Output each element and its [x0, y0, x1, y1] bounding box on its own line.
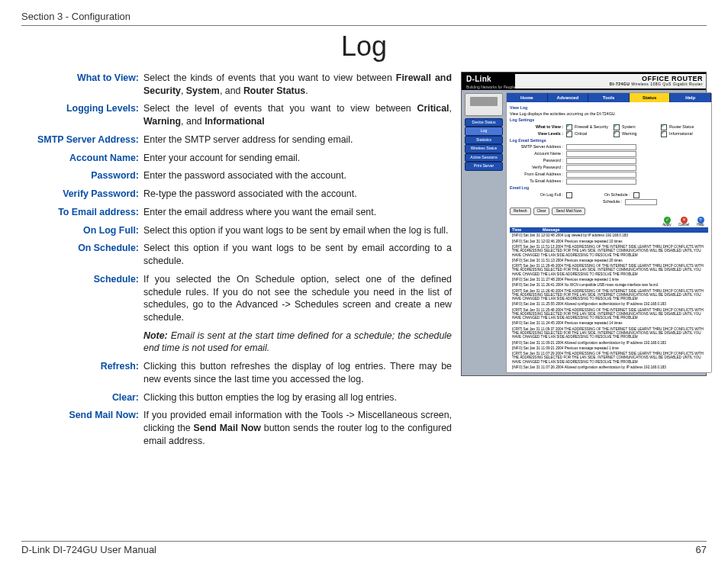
sidebar-device-status[interactable]: Device Status [465, 118, 503, 127]
footer-manual: D-Link DI-724GU User Manual [21, 544, 156, 555]
sidebar-wireless-status[interactable]: Wireless Status [465, 144, 503, 153]
label-onschedule: On Schedule: [21, 242, 143, 267]
tab-advanced[interactable]: Advanced [548, 93, 589, 103]
brand-logo: D-Link [462, 72, 515, 85]
email-log-heading: Email Log [510, 186, 708, 191]
log-col-time: Time [510, 227, 540, 233]
log-entry: [INFO] Sat Jan 31 11:24:45 2004 Previous… [510, 320, 708, 326]
view-log-desc: View Log displays the activities occurri… [510, 112, 708, 117]
log-entry: [INFO] Sat Jan 31 11:07:26 2004 Allowed … [510, 365, 708, 370]
label-refresh: Refresh: [21, 360, 143, 385]
log-entry: [INFO] Sat Jan 31 12:02:48 2004 Log view… [510, 233, 708, 238]
input-account-name-[interactable] [566, 151, 636, 157]
refresh-button[interactable]: Refresh [510, 208, 531, 215]
label-note-spacer [21, 330, 143, 355]
label-clear: Clear: [21, 391, 143, 404]
value-account: Enter your account for sending email. [143, 152, 452, 165]
clear-button[interactable]: Clear [533, 208, 550, 215]
section-header: Section 3 - Configuration [21, 11, 707, 26]
tab-help[interactable]: Help [670, 93, 711, 103]
value-smtp: Enter the SMTP server address for sendin… [143, 134, 452, 146]
log-entry: [INFO] Sat Jan 31 11:27:48 2004 Previous… [510, 277, 708, 282]
log-col-message: Message [540, 227, 562, 233]
input-verify-password-[interactable] [566, 165, 636, 171]
sidebar-print-server[interactable]: Print Server [465, 162, 503, 171]
label-what-to-view: What to View: [21, 72, 143, 97]
value-toemail: Enter the email address where you want t… [143, 206, 452, 219]
log-entry: [CRIT] Sat Jan 31 11:07:29 2004 THE ADDR… [510, 351, 708, 365]
label-logging-levels: Logging Levels: [21, 102, 143, 127]
value-schedule: If you selected the On Schedule option, … [143, 273, 452, 324]
send-mail-now-button[interactable]: Send Mail Now [552, 208, 585, 215]
tab-home[interactable]: Home [507, 93, 548, 103]
tab-status[interactable]: Status [630, 93, 671, 103]
schedule-select[interactable] [625, 199, 657, 205]
log-entry: [INFO] Sat Jan 31 11:09:21 2004 Previous… [510, 346, 708, 351]
onschedule-checkbox[interactable] [633, 192, 639, 198]
label-account: Account Name: [21, 152, 143, 165]
vl-checkbox[interactable] [566, 131, 572, 137]
value-logging-levels: Select the level of events that you want… [143, 102, 452, 127]
footer-page: 67 [696, 544, 707, 555]
log-entry: [INFO] Sat Jan 31 11:09:21 2004 Allowed … [510, 340, 708, 346]
value-onlogfull: Select this option if you want logs to b… [143, 224, 452, 237]
value-what-to-view: Select the kinds of events that you want… [143, 72, 452, 97]
sidebar-log[interactable]: Log [465, 127, 503, 136]
label-onlogfull: On Log Full: [21, 224, 143, 237]
label-schedule: Schedule: [21, 273, 143, 324]
device-image [465, 93, 503, 116]
onlogfull-checkbox[interactable] [566, 192, 572, 198]
log-entry: [INFO] Sat Jan 31 11:25:55 2004 Allowed … [510, 301, 708, 307]
input-from-email-address-[interactable] [566, 172, 636, 178]
log-entry: [INFO] Sat Jan 31 12:02:46 2004 Previous… [510, 239, 708, 244]
label-verify: Verify Password: [21, 188, 143, 201]
label-sendmail: Send Mail Now: [21, 409, 143, 447]
value-password: Enter the password associated with the a… [143, 169, 452, 182]
wtv-label: What to View : [510, 125, 566, 130]
log-entry: [CRIT] Sat Jan 31 11:26:40 2004 THE ADDR… [510, 288, 708, 302]
sidebar-active-sessions[interactable]: Active Sessions [465, 153, 503, 162]
vl-checkbox[interactable] [661, 131, 667, 137]
value-clear: Clicking this button empties the log by … [143, 391, 452, 404]
log-entry: [INFO] Sat Jan 31 11:51:13 2004 Previous… [510, 258, 708, 263]
log-entry: [CRIT] Sat Jan 31 11:09:37 2004 THE ADDR… [510, 327, 708, 340]
router-screenshot: D-Link Building Networks for People OFFI… [461, 72, 707, 453]
value-note: Note: Email is sent at the start time de… [143, 330, 452, 355]
schedule-label: Schedule : [603, 200, 622, 204]
log-settings-heading: Log Settings [510, 118, 708, 123]
page-title: Log [21, 31, 707, 63]
input-to-email-address-[interactable] [566, 179, 636, 185]
log-entry: [CRIT] Sat Jan 31 11:25:48 2004 THE ADDR… [510, 307, 708, 321]
value-verify: Re-type the password associated with the… [143, 188, 452, 201]
tab-tools[interactable]: Tools [588, 93, 630, 103]
vl-label: View Levels : [510, 132, 566, 137]
input-smtp-server-address-[interactable] [566, 144, 636, 150]
sidebar-statistics[interactable]: Statistics [465, 136, 503, 145]
label-password: Password: [21, 169, 143, 182]
value-onschedule: Select this option if you want logs to b… [143, 242, 452, 267]
log-entry: [CRIT] Sat Jan 31 11:51:13 2004 THE ADDR… [510, 244, 708, 258]
vl-checkbox[interactable] [614, 131, 620, 137]
value-sendmail: If you provided email information with t… [143, 409, 452, 447]
input-password-[interactable] [566, 158, 636, 164]
label-toemail: To Email address: [21, 206, 143, 219]
onlogfull-label: On Log Full : [510, 193, 566, 198]
log-entry: [CRIT] Sat Jan 31 11:29:49 2004 THE ADDR… [510, 263, 708, 277]
log-entry: [INFO] Sat Jan 31 11:26:41 2004 No WCN c… [510, 282, 708, 288]
view-log-heading: View Log [510, 106, 708, 111]
les-heading: Log Email Settings [510, 139, 708, 143]
label-smtp: SMTP Server Address: [21, 134, 143, 146]
value-refresh: Clicking this button refreshes the displ… [143, 360, 452, 385]
onschedule-label: On Schedule : [604, 193, 630, 198]
definitions-list: What to View: Select the kinds of events… [21, 72, 452, 453]
